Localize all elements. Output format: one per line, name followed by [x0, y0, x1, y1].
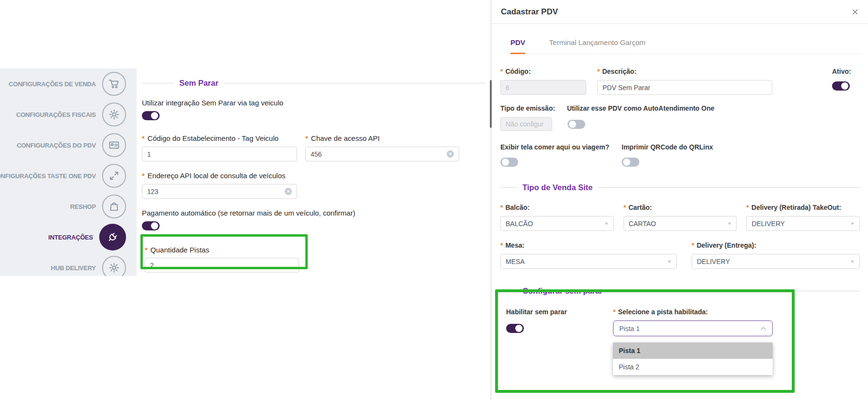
tipo-emissao-value: Não configur	[506, 120, 544, 128]
drawer-header: Cadastrar PDV ×	[491, 0, 868, 24]
sidebar-item-configuracoes-de-venda[interactable]: CONFIGURAÇÕES DE VENDA	[0, 69, 137, 99]
ativo-toggle[interactable]	[832, 81, 850, 91]
quantidade-pistas-input[interactable]	[150, 262, 294, 269]
caret-down-icon: ▼	[850, 259, 855, 264]
sidebar-item-label: HUB DELIVERY	[51, 264, 96, 272]
codigo-estabelecimento-field	[142, 147, 297, 161]
screen: CONFIGURAÇÕES DE VENDA CONFIGURAÇÕES FIS…	[0, 0, 868, 400]
pista-select[interactable]: Pista 1	[613, 320, 773, 336]
cadastrar-pdv-drawer: Cadastrar PDV × PDV Terminal Lançamento …	[491, 0, 868, 400]
drawer-scrollbar[interactable]	[490, 80, 492, 128]
required-asterisk: *	[624, 204, 626, 211]
pagamento-automatico-label: Pagamento automático (se retornar mais d…	[142, 209, 486, 217]
divider	[500, 187, 517, 188]
tab-terminal-lancamento-garcom[interactable]: Terminal Lançamento Garçom	[549, 38, 646, 54]
sidebar-item-hub-delivery[interactable]: HUB DELIVERY	[0, 252, 137, 276]
endereco-api-input[interactable]	[147, 188, 285, 195]
tipo-venda-site-header: Tipo de Venda Site	[500, 183, 860, 192]
balcao-label: *Balcão:	[500, 204, 614, 211]
caret-down-icon: ▼	[604, 221, 609, 226]
sidebar-item-configuracoes-fiscais[interactable]: CONFIGURAÇÕES FISCAIS	[0, 99, 137, 130]
chevron-up-icon	[761, 327, 766, 331]
habilitar-sem-parar-label: Habilitar sem parar	[506, 308, 613, 316]
sem-parar-section-header: Sem Parar	[142, 79, 486, 88]
section-title: Configurar sem parar	[522, 286, 603, 296]
required-asterisk: *	[142, 134, 145, 142]
pista-dropdown-list: Pista 1 Pista 2	[613, 343, 773, 375]
ativo-label: Ativo:	[832, 68, 860, 75]
quantidade-pistas-field	[145, 258, 299, 273]
pagamento-automatico-toggle[interactable]	[142, 221, 160, 230]
caret-down-icon: ▼	[727, 221, 731, 226]
close-icon[interactable]: ×	[852, 6, 858, 18]
mesa-label: *Mesa:	[500, 241, 677, 249]
quantidade-pistas-label: *Quantidade Pistas	[145, 246, 299, 254]
gear-icon	[102, 103, 126, 126]
cartao-label: *Cartão:	[624, 204, 737, 211]
codigo-estabelecimento-input[interactable]	[147, 150, 292, 158]
required-asterisk: *	[746, 204, 749, 211]
tipo-emissao-select: Não configur	[500, 117, 552, 131]
settings-sidebar: CONFIGURAÇÕES DE VENDA CONFIGURAÇÕES FIS…	[0, 69, 137, 276]
expand-icon	[102, 164, 126, 188]
sidebar-item-label: RESHOP	[70, 203, 96, 210]
endereco-api-label: *Endereço API local de consulta de veícu…	[142, 171, 297, 180]
clear-icon[interactable]: ×	[447, 150, 454, 158]
required-asterisk: *	[500, 68, 503, 75]
pista-option-2[interactable]: Pista 2	[613, 359, 773, 375]
autoatendimento-label: Utilizar esse PDV como AutoAtendimento O…	[567, 104, 715, 112]
divider	[142, 83, 174, 83]
comer-aqui-label: Exibir tela comer aqui ou viagem?	[500, 143, 622, 151]
section-title: Sem Parar	[179, 79, 219, 88]
required-asterisk: *	[305, 134, 308, 142]
section-title: Tipo de Venda Site	[522, 183, 592, 192]
codigo-input	[506, 84, 581, 91]
descricao-input[interactable]	[602, 84, 767, 91]
sidebar-item-configuracoes-do-pdv[interactable]: CONFIGURAÇÕES DO PDV	[0, 130, 137, 160]
divider	[609, 291, 860, 291]
sidebar-item-reshop[interactable]: RESHOP	[0, 191, 137, 222]
required-asterisk: *	[500, 204, 503, 211]
required-asterisk: *	[692, 241, 694, 249]
balcao-value: BALCÃO	[506, 220, 533, 228]
mesa-select[interactable]: MESA ▼	[500, 254, 677, 269]
sidebar-item-integracoes[interactable]: INTEGRAÇÕES	[0, 222, 137, 252]
plug-icon	[99, 224, 126, 251]
caret-down-icon: ▼	[667, 259, 671, 264]
habilitar-sem-parar-toggle[interactable]	[506, 324, 524, 333]
chave-api-input[interactable]	[311, 150, 447, 158]
required-asterisk: *	[597, 68, 600, 75]
delivery-entrega-value: DELIVERY	[697, 258, 730, 265]
autoatendimento-toggle[interactable]	[567, 120, 585, 129]
sidebar-item-label: CONFIGURAÇÕES DO PDV	[17, 142, 96, 149]
delivery-entrega-select[interactable]: DELIVERY ▼	[692, 254, 860, 269]
divider	[224, 83, 486, 83]
pista-label: *Selecione a pista habilitada:	[613, 308, 773, 316]
chave-api-field: ×	[305, 147, 459, 161]
qrcode-toggle[interactable]	[622, 158, 639, 167]
required-asterisk: *	[613, 308, 615, 316]
pista-option-1[interactable]: Pista 1	[613, 343, 773, 359]
tag-veiculo-toggle[interactable]	[142, 111, 160, 120]
configurar-sem-parar-header: Configurar sem parar	[500, 286, 860, 296]
descricao-label: *Descrição:	[597, 68, 772, 75]
required-asterisk: *	[145, 246, 148, 254]
cartao-select[interactable]: CARTAO ▼	[624, 216, 737, 231]
divider	[598, 187, 860, 188]
mesa-value: MESA	[506, 258, 525, 265]
sidebar-item-label: CONFIGURAÇÕES FISCAIS	[16, 111, 96, 118]
cartao-value: CARTAO	[629, 220, 656, 228]
delivery-entrega-label: *Delivery (Entrega):	[692, 241, 860, 249]
clear-icon[interactable]: ×	[285, 188, 292, 195]
balcao-select[interactable]: BALCÃO ▼	[500, 216, 614, 231]
delivery-takeout-select[interactable]: DELIVERY ▼	[746, 216, 860, 231]
delivery-takeout-label: *Delivery (Retirada) TakeOut:	[746, 204, 860, 211]
comer-aqui-toggle[interactable]	[500, 158, 518, 167]
descricao-field	[597, 80, 772, 95]
tag-veiculo-toggle-label: Utilizar integração Sem Parar via tag ve…	[142, 99, 486, 107]
bag-icon	[102, 194, 126, 218]
sidebar-item-configuracoes-taste-one-pdv[interactable]: CONFIGURAÇÕES TASTE ONE PDV	[0, 160, 137, 191]
qrcode-label: Imprimir QRCode do QRLinx	[622, 143, 713, 151]
tab-pdv[interactable]: PDV	[510, 38, 525, 54]
endereco-api-field: ×	[142, 184, 297, 199]
